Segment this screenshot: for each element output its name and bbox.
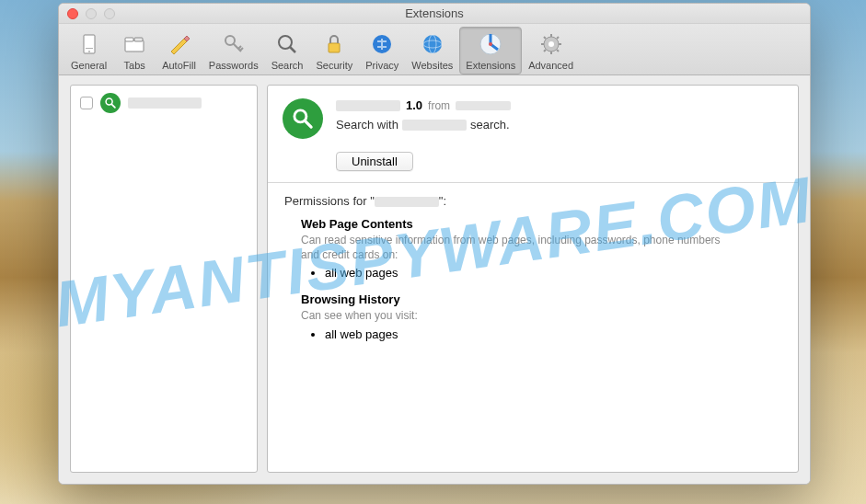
tab-autofill[interactable]: AutoFill (156, 27, 202, 74)
preferences-window: Extensions General Tabs AutoFill Passwor… (58, 3, 811, 485)
tabs-icon (120, 29, 149, 59)
svg-rect-1 (86, 48, 93, 49)
window-title: Extensions (59, 6, 810, 20)
tab-passwords[interactable]: Passwords (202, 27, 265, 74)
tab-label: Passwords (209, 60, 259, 71)
tab-privacy[interactable]: Privacy (359, 27, 405, 74)
tab-label: AutoFill (162, 60, 196, 71)
gear-icon (537, 29, 566, 59)
extension-detail: 1.0 from Search with search. Uninstall (267, 85, 799, 473)
permission-item: all web pages (325, 327, 781, 341)
svg-point-2 (88, 51, 90, 52)
tab-advanced[interactable]: Advanced (522, 27, 580, 74)
globe-icon (418, 29, 447, 59)
tab-tabs[interactable]: Tabs (113, 27, 156, 74)
permissions-heading: Permissions for "": (284, 194, 781, 208)
tab-label: Advanced (528, 60, 573, 71)
extension-name-redacted (336, 100, 400, 111)
search-icon (272, 29, 302, 59)
svg-rect-3 (125, 40, 144, 52)
key-icon (219, 29, 248, 59)
tab-general[interactable]: General (64, 27, 113, 74)
extension-name-redacted (375, 197, 439, 207)
content-area: 1.0 from Search with search. Uninstall (59, 75, 810, 484)
titlebar: Extensions (59, 4, 810, 24)
extensions-icon (476, 29, 505, 59)
detail-header: 1.0 from Search with search. (268, 86, 798, 148)
uninstall-button[interactable]: Uninstall (336, 152, 413, 171)
svg-point-14 (489, 42, 492, 46)
list-item[interactable] (71, 86, 257, 120)
toolbar: General Tabs AutoFill Passwords Search (59, 24, 810, 75)
permission-block: Web Page Contents Can read sensitive inf… (301, 217, 781, 280)
svg-point-16 (548, 41, 554, 47)
tab-label: Security (316, 60, 352, 71)
permission-desc: Can see when you visit: (301, 308, 724, 323)
tab-label: Websites (411, 60, 453, 71)
search-name-redacted (402, 120, 467, 131)
permission-block: Browsing History Can see when you visit:… (301, 292, 781, 340)
tab-extensions[interactable]: Extensions (459, 27, 522, 74)
tab-label: Privacy (365, 60, 398, 71)
svg-point-7 (279, 36, 292, 49)
extension-name-redacted (128, 97, 202, 109)
general-icon (75, 29, 104, 59)
lock-icon (319, 29, 349, 59)
permission-title: Browsing History (301, 292, 781, 306)
svg-rect-5 (134, 38, 143, 41)
tab-security[interactable]: Security (309, 27, 359, 74)
permission-desc: Can read sensitive information from web … (301, 233, 724, 262)
svg-rect-8 (329, 43, 340, 52)
svg-point-10 (423, 35, 442, 53)
permission-item: all web pages (325, 266, 781, 280)
permission-title: Web Page Contents (301, 217, 781, 231)
enable-checkbox[interactable] (80, 97, 93, 109)
extension-description: Search with search. (336, 118, 783, 132)
extension-icon (100, 93, 121, 113)
tab-label: Search (271, 60, 304, 71)
tab-search[interactable]: Search (265, 27, 310, 74)
svg-rect-4 (125, 38, 133, 41)
tab-label: Tabs (124, 60, 145, 71)
tab-label: Extensions (466, 60, 515, 71)
tab-label: General (71, 60, 107, 71)
extension-version: 1.0 (406, 98, 422, 112)
permissions-section: Permissions for "": Web Page Contents Ca… (268, 183, 798, 371)
developer-redacted (456, 101, 511, 110)
privacy-icon (367, 29, 397, 59)
extensions-list (70, 85, 258, 473)
extension-icon-large (283, 98, 323, 139)
tab-websites[interactable]: Websites (405, 27, 459, 74)
autofill-icon (164, 29, 193, 59)
from-label: from (428, 99, 450, 112)
